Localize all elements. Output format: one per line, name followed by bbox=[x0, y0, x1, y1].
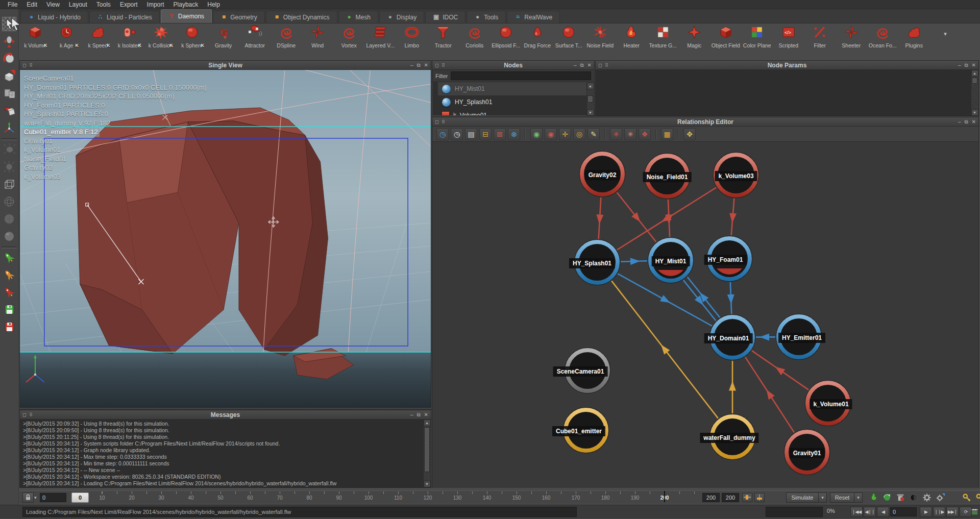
graph-node-HY_Foam01[interactable]: HY_Foam01 bbox=[704, 255, 747, 265]
graph-node-Cube01_emitter[interactable]: Cube01_emitter bbox=[552, 426, 605, 436]
table-view-icon[interactable]: ▦ bbox=[661, 128, 673, 140]
navigator-icon[interactable]: ✥ bbox=[683, 128, 696, 140]
daemon-k-collision[interactable]: Kk Collision bbox=[145, 23, 177, 56]
close-icon[interactable]: ✕ bbox=[587, 62, 592, 68]
nodes-list[interactable]: HY_Mist01HY_Splash01k_Volume01 bbox=[432, 82, 594, 115]
lights-display-toggle[interactable] bbox=[2, 142, 16, 157]
daemon-limbo[interactable]: Limbo bbox=[396, 23, 428, 56]
simulate-button[interactable]: Simulate bbox=[786, 492, 819, 503]
tab-object-dynamics[interactable]: ■Object Dynamics bbox=[266, 11, 337, 23]
menu-playback[interactable]: Playback bbox=[169, 0, 203, 9]
dock-grid-icon[interactable]: ⠿ bbox=[29, 412, 33, 417]
add-note-icon[interactable]: ✎ bbox=[587, 128, 600, 140]
timeline-option-b-icon[interactable] bbox=[754, 493, 765, 502]
menu-edit[interactable]: Edit bbox=[22, 0, 42, 9]
remove-all-links-icon[interactable]: ⊗ bbox=[508, 128, 520, 140]
nodes-titlebar[interactable]: Nodes◻⠿–⧉✕ bbox=[432, 61, 594, 70]
save-scene-as-button[interactable] bbox=[2, 320, 16, 334]
daemon-k-isolated[interactable]: Kk Isolated bbox=[114, 23, 145, 56]
float-panel-icon[interactable]: ◻ bbox=[22, 63, 26, 68]
end-frame-field[interactable]: 200 bbox=[702, 493, 720, 502]
close-icon[interactable]: ✕ bbox=[424, 412, 428, 418]
graph-node-Gravity02[interactable]: Gravity02 bbox=[585, 170, 620, 180]
daemon-sheeter[interactable]: Sheeter bbox=[836, 23, 867, 56]
graph-node-HY_Emitter01[interactable]: HY_Emitter01 bbox=[778, 333, 825, 343]
node-list-item-hy-mist01[interactable]: HY_Mist01 bbox=[438, 82, 594, 95]
menu-import[interactable]: Import bbox=[142, 0, 169, 9]
minimize-icon[interactable]: – bbox=[410, 412, 413, 418]
wireframe-display-toggle[interactable] bbox=[2, 194, 16, 209]
menu-tools[interactable]: Tools bbox=[92, 0, 115, 9]
add-exclusive-link-icon[interactable]: ◷ bbox=[436, 128, 449, 140]
tab-daemons[interactable]: YDaemons bbox=[161, 9, 212, 23]
float-panel-icon[interactable]: ◻ bbox=[22, 412, 26, 417]
skip-to-start-button[interactable]: ❘◀◀ bbox=[850, 507, 863, 517]
maximize-icon[interactable]: ⧉ bbox=[416, 62, 420, 68]
sim-update-icon[interactable] bbox=[934, 492, 946, 503]
timeline-cursor[interactable] bbox=[664, 491, 665, 502]
playback-frame-field[interactable]: 0 bbox=[890, 507, 917, 516]
scroll-down-icon[interactable]: ▼ bbox=[424, 481, 431, 487]
dock-grid-icon[interactable]: ⠿ bbox=[605, 63, 608, 68]
daemon-layered-v[interactable]: Layered V... bbox=[365, 23, 397, 56]
tab-tools[interactable]: ●Tools bbox=[467, 11, 506, 23]
toolbar-overflow-icon[interactable]: ▾ bbox=[940, 31, 950, 37]
play-backward-button[interactable]: ◀ bbox=[877, 507, 889, 517]
scale-tool[interactable] bbox=[2, 69, 16, 83]
env-display-toggle[interactable] bbox=[2, 160, 16, 174]
reset-button[interactable]: Reset bbox=[830, 492, 854, 503]
tab-liquid-hybrido[interactable]: ●Liquid - Hybrido bbox=[20, 11, 88, 23]
close-icon[interactable]: ✕ bbox=[424, 62, 428, 68]
step-back-button[interactable]: ◀❘❘ bbox=[864, 507, 876, 517]
dock-grid-icon[interactable]: ⠿ bbox=[442, 63, 445, 68]
frame-all-icon[interactable]: ✛ bbox=[559, 128, 571, 140]
zoom-selection-icon[interactable]: ◉ bbox=[530, 128, 543, 140]
messages-titlebar[interactable]: Messages◻⠿–⧉✕ bbox=[20, 410, 431, 419]
float-panel-icon[interactable]: ◻ bbox=[598, 63, 602, 68]
daemon-wind[interactable]: Wind bbox=[302, 23, 334, 56]
menu-view[interactable]: View bbox=[42, 0, 64, 9]
flat-display-toggle[interactable] bbox=[2, 212, 16, 226]
daemon-vortex[interactable]: Vortex bbox=[333, 23, 365, 56]
axis-mode-tool[interactable] bbox=[2, 121, 16, 135]
maximize-icon[interactable]: ⧉ bbox=[580, 62, 583, 68]
reset-simulation-icon[interactable] bbox=[881, 492, 893, 503]
link-flow-icon[interactable]: ◎ bbox=[573, 128, 585, 140]
tab-geometry[interactable]: ■Geometry bbox=[213, 11, 265, 23]
tab-realwave[interactable]: ≈RealWave bbox=[507, 11, 560, 23]
break-link-icon[interactable]: ✳ bbox=[610, 128, 622, 140]
relationship-graph-canvas[interactable]: Gravity02Noise_Field01k_Volume03HY_Splas… bbox=[432, 142, 978, 488]
tab-display[interactable]: ●Display bbox=[379, 11, 424, 23]
snap-tool[interactable] bbox=[2, 104, 16, 118]
skip-to-end-button[interactable]: ▶▶❘ bbox=[946, 507, 959, 517]
daemon-heater[interactable]: Heater bbox=[616, 23, 648, 56]
graph-node-HY_Domain01[interactable]: HY_Domain01 bbox=[704, 333, 753, 343]
tab-idoc[interactable]: ▣IDOC bbox=[425, 11, 465, 23]
float-panel-icon[interactable]: ◻ bbox=[435, 119, 438, 125]
daemon-noise-field[interactable]: Noise Field bbox=[584, 23, 616, 56]
daemon-filter[interactable]: Filter bbox=[804, 23, 836, 56]
play-forward-button[interactable]: ▶ bbox=[920, 507, 932, 517]
daemon-scripted[interactable]: </>Scripted bbox=[773, 23, 804, 56]
node-params-scrollbar[interactable]: ▲ ▼ bbox=[971, 70, 978, 116]
daemon-k-speed[interactable]: Kk Speed bbox=[82, 23, 114, 56]
start-frame-field[interactable]: 0 bbox=[40, 493, 66, 502]
max-frame-field[interactable]: 200 bbox=[722, 493, 739, 502]
daemon-color-plane[interactable]: Color Plane bbox=[742, 23, 773, 56]
scroll-down-icon[interactable]: ▼ bbox=[971, 109, 978, 116]
remove-link-icon[interactable]: ⊠ bbox=[494, 128, 506, 140]
single-view-titlebar[interactable]: Single View◻⠿–⧉✕ bbox=[20, 61, 431, 70]
timeline-ruler[interactable]: 1020304050607080901001101201301401501601… bbox=[92, 491, 699, 504]
daemon-tractor[interactable]: Tractor bbox=[428, 23, 459, 56]
scroll-up-icon[interactable]: ▲ bbox=[971, 70, 978, 77]
tab-mesh[interactable]: ●Mesh bbox=[338, 11, 378, 23]
menu-help[interactable]: Help bbox=[203, 0, 225, 9]
break-all-links-icon[interactable]: ✳ bbox=[624, 128, 636, 140]
loop-button[interactable]: ⟳ bbox=[960, 507, 972, 517]
nodes-scrollbar[interactable]: ▲ ▼ bbox=[586, 83, 594, 116]
minimize-icon[interactable]: – bbox=[958, 119, 961, 125]
daemon-object-field[interactable]: Object Field bbox=[710, 23, 742, 56]
simulate-stop-button[interactable] bbox=[2, 285, 16, 300]
dock-grid-icon[interactable]: ⠿ bbox=[442, 119, 445, 125]
daemon-k-volume[interactable]: Kk Volume bbox=[19, 23, 51, 56]
